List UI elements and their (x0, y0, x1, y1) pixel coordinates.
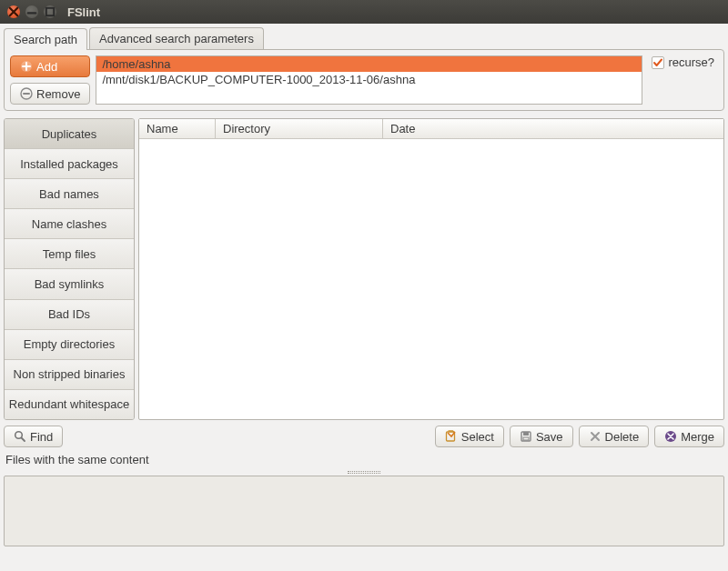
category-label: Installed packages (20, 157, 118, 171)
results-table: Name Directory Date (138, 118, 724, 420)
category-label: Bad symlinks (35, 277, 105, 291)
window-controls (7, 5, 56, 18)
find-button[interactable]: Find (4, 426, 63, 447)
search-icon (14, 430, 26, 443)
button-label: Delete (605, 430, 640, 444)
column-label: Directory (223, 122, 270, 135)
select-icon (445, 430, 458, 443)
output-pane[interactable] (4, 476, 724, 546)
category-label: Bad IDs (48, 307, 90, 321)
category-label: Temp files (43, 247, 96, 261)
column-label: Name (147, 122, 178, 135)
category-label: Duplicates (42, 127, 97, 141)
recurse-checkbox[interactable] (652, 56, 664, 69)
category-empty-directories[interactable]: Empty directories (5, 330, 134, 360)
category-list: Duplicates Installed packages Bad names … (4, 118, 135, 420)
category-label: Bad names (39, 187, 99, 201)
category-bad-names[interactable]: Bad names (5, 179, 134, 209)
category-name-clashes[interactable]: Name clashes (5, 209, 134, 239)
category-installed-packages[interactable]: Installed packages (5, 149, 134, 179)
category-redundant-whitespace[interactable]: Redundant whitespace (5, 390, 134, 419)
category-bad-ids[interactable]: Bad IDs (5, 300, 134, 330)
close-icon[interactable] (7, 5, 20, 18)
column-label: Date (390, 122, 415, 135)
button-label: Remove (36, 87, 80, 101)
category-non-stripped-binaries[interactable]: Non stripped binaries (5, 360, 134, 390)
recurse-option: recurse? (648, 55, 718, 69)
tab-label: Search path (14, 33, 77, 46)
delete-icon (589, 430, 602, 443)
tab-advanced[interactable]: Advanced search parameters (89, 27, 264, 49)
add-icon (20, 60, 33, 73)
button-label: Save (536, 430, 563, 444)
maximize-icon[interactable] (44, 5, 56, 18)
button-label: Add (36, 60, 57, 74)
add-button[interactable]: Add (10, 55, 90, 77)
column-directory[interactable]: Directory (216, 119, 383, 138)
button-label: Select (461, 430, 494, 444)
results-body[interactable] (139, 139, 723, 419)
select-button[interactable]: Select (435, 426, 504, 447)
category-bad-symlinks[interactable]: Bad symlinks (5, 269, 134, 299)
status-label: Files with the same content (5, 453, 149, 466)
merge-button[interactable]: Merge (654, 426, 724, 447)
remove-button[interactable]: Remove (10, 83, 90, 105)
titlebar: FSlint (0, 0, 728, 24)
path-text: /mnt/disk1/BACKUP_COMPUTER-1000_2013-11-… (102, 73, 415, 86)
svg-rect-0 (46, 8, 54, 15)
tab-label: Advanced search parameters (99, 32, 254, 45)
category-label: Empty directories (24, 337, 115, 351)
save-icon (520, 430, 532, 443)
button-label: Merge (681, 430, 714, 444)
path-list[interactable]: /home/ashna /mnt/disk1/BACKUP_COMPUTER-1… (96, 55, 642, 105)
category-temp-files[interactable]: Temp files (5, 239, 134, 269)
tab-strip: Search path Advanced search parameters (4, 27, 724, 49)
category-label: Name clashes (32, 217, 106, 231)
grip-icon (348, 471, 380, 474)
category-label: Non stripped binaries (14, 367, 126, 381)
column-headers: Name Directory Date (139, 119, 723, 139)
path-text: /home/ashna (102, 57, 170, 71)
tab-body: Add Remove /home/ashna /mnt/disk1/BACKUP… (4, 49, 724, 111)
window-title: FSlint (67, 5, 100, 19)
merge-icon (664, 430, 677, 443)
delete-button[interactable]: Delete (579, 426, 650, 447)
column-name[interactable]: Name (139, 119, 216, 138)
search-notebook: Search path Advanced search parameters A… (4, 27, 724, 111)
column-date[interactable]: Date (383, 119, 723, 138)
path-buttons: Add Remove (10, 55, 90, 105)
path-row[interactable]: /home/ashna (96, 56, 642, 72)
tab-search-path[interactable]: Search path (4, 28, 87, 50)
main-area: Duplicates Installed packages Bad names … (4, 118, 724, 420)
pane-splitter[interactable] (4, 468, 724, 476)
path-row[interactable]: /mnt/disk1/BACKUP_COMPUTER-1000_2013-11-… (96, 72, 642, 87)
action-bar: Find Select Save Delete Merge (4, 426, 724, 447)
button-label: Find (30, 430, 53, 444)
save-button[interactable]: Save (510, 426, 573, 447)
category-label: Redundant whitespace (9, 397, 129, 411)
category-duplicates[interactable]: Duplicates (5, 119, 134, 149)
status-text: Files with the same content (4, 451, 724, 468)
minimize-icon[interactable] (25, 5, 38, 18)
remove-icon (20, 87, 33, 100)
svg-rect-7 (523, 437, 529, 440)
recurse-label: recurse? (668, 55, 714, 69)
svg-rect-6 (523, 432, 529, 436)
